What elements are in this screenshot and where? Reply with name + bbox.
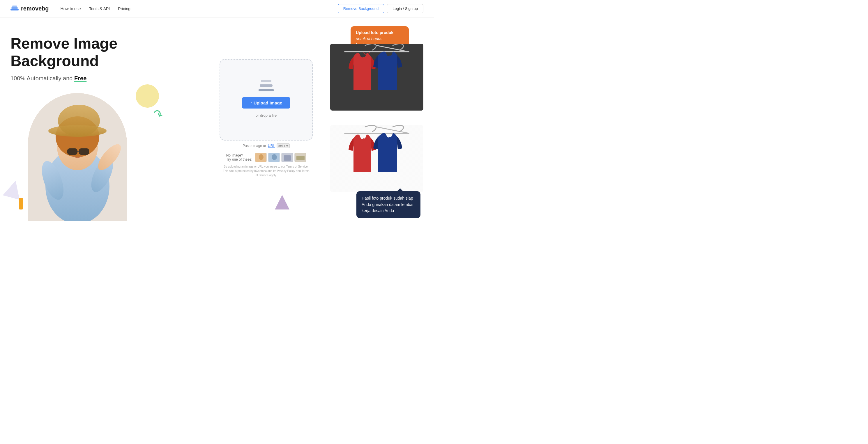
sample-thumbnails [255, 153, 306, 162]
svg-rect-33 [330, 125, 423, 192]
nav-pricing[interactable]: Pricing [118, 6, 130, 11]
logo[interactable]: removebg [10, 5, 49, 12]
upload-layers-icon [258, 82, 274, 91]
navbar: removebg How to use Tools & API Pricing … [0, 0, 434, 18]
deco-circle-yellow [136, 84, 159, 108]
paste-text: Paste image or [243, 144, 266, 148]
deco-orange-rect [19, 198, 23, 209]
hero-section: Remove Image Background 100% Automatical… [10, 26, 220, 221]
logo-icon [10, 5, 19, 12]
nav-tools-api[interactable]: Tools & API [89, 6, 110, 11]
svg-rect-0 [10, 9, 19, 10]
sample-images-row: No image? Try one of these: [226, 153, 306, 162]
sample-thumb-1[interactable] [255, 153, 267, 162]
upload-image-button[interactable]: ↑ Upload Image [242, 97, 290, 108]
tooltip-result-info: Hasil foto produk sudah siap Anda gunaka… [356, 191, 421, 218]
svg-rect-11 [79, 148, 89, 155]
svg-rect-25 [330, 44, 423, 110]
nav-login-button[interactable]: Login / Sign up [387, 4, 423, 13]
sample-thumb-2[interactable] [268, 153, 280, 162]
right-section: Upload foto produk untuk di hapusbackgro… [313, 26, 423, 221]
svg-point-17 [259, 154, 264, 160]
logo-text: removebg [21, 5, 49, 12]
layer-mid [260, 84, 273, 87]
upload-section: ↑ Upload Image or drop a file Paste imag… [220, 26, 313, 221]
shirt-before-image [330, 44, 423, 110]
hero-subtitle: 100% Automatically and Free [10, 75, 220, 82]
no-image-label: No image? Try one of these: [226, 153, 252, 162]
svg-point-9 [58, 105, 100, 137]
upload-dropzone[interactable]: ↑ Upload Image or drop a file [220, 59, 313, 140]
hero-title: Remove Image Background [10, 35, 150, 70]
hero-free-label: Free [74, 75, 87, 81]
nav-how-to-use[interactable]: How to use [61, 6, 81, 11]
svg-rect-2 [12, 5, 17, 7]
deco-triangle-left [3, 178, 24, 200]
url-link[interactable]: URL [268, 144, 275, 148]
keyboard-shortcut: ctrl + v [277, 143, 290, 148]
paste-row: Paste image or URL ctrl + v [243, 143, 289, 148]
svg-rect-10 [67, 148, 78, 155]
deco-triangle-purple [275, 195, 289, 209]
nav-remove-background-button[interactable]: Remove Background [338, 4, 384, 13]
sample-thumb-4[interactable] [294, 153, 306, 162]
sample-thumb-3[interactable] [281, 153, 293, 162]
svg-rect-1 [11, 7, 18, 9]
main-content: Remove Image Background 100% Automatical… [0, 18, 434, 221]
shirt-after-image [330, 125, 423, 192]
drop-file-text: or drop a file [256, 113, 277, 117]
svg-rect-23 [297, 156, 305, 160]
svg-point-19 [272, 154, 277, 160]
deco-arrow-green: ↷ [151, 106, 165, 123]
svg-rect-21 [284, 156, 291, 161]
tos-text: By uploading an image or URL you agree t… [222, 164, 310, 177]
hero-person-image [28, 93, 127, 221]
layer-top [261, 80, 271, 82]
layer-bot [258, 89, 274, 91]
